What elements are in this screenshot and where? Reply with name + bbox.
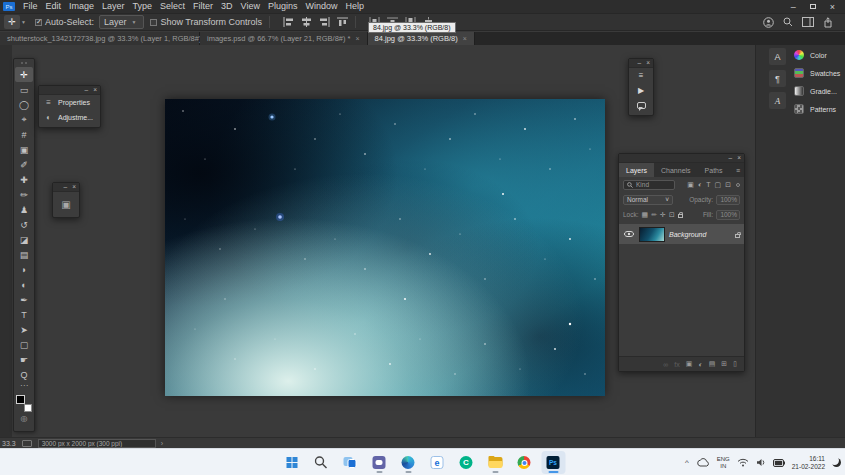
layer-style-fx-icon[interactable]: fx	[674, 361, 679, 368]
wifi-icon[interactable]	[737, 458, 749, 467]
panel-close-icon[interactable]: ×	[646, 60, 650, 66]
foreground-background-swatches[interactable]	[16, 395, 32, 412]
gradient-tool-button[interactable]: ▤	[15, 247, 33, 262]
play-icon[interactable]: ▶	[629, 83, 653, 98]
document-dimensions-field[interactable]: 3000 px x 2000 px (300 ppi)	[38, 439, 156, 448]
menu-type[interactable]: Type	[129, 0, 157, 13]
link-layers-icon[interactable]: ∞	[663, 361, 668, 368]
taskbar-search-button[interactable]	[309, 451, 333, 474]
onedrive-cloud-icon[interactable]	[696, 458, 710, 467]
path-selection-tool-button[interactable]: ➤	[15, 322, 33, 337]
comment-icon[interactable]	[629, 98, 653, 113]
camtasia-button[interactable]: C	[454, 451, 478, 474]
layer-search-input[interactable]: Kind	[623, 180, 675, 190]
crop-tool-button[interactable]: #	[15, 127, 33, 142]
lasso-tool-button[interactable]: ◯	[15, 97, 33, 112]
teams-chat-button[interactable]	[367, 451, 391, 474]
paragraph-panel-button[interactable]: ¶	[769, 70, 786, 87]
panel-minimize-icon[interactable]: –	[729, 155, 733, 161]
tab-close-icon[interactable]: ×	[463, 35, 467, 42]
menu-window[interactable]: Window	[302, 0, 342, 13]
workspace-switcher-icon[interactable]	[802, 17, 814, 27]
toolbar-grip[interactable]	[14, 59, 34, 67]
zoom-percentage-field[interactable]: 33.3	[2, 440, 16, 447]
panel-close-icon[interactable]: ×	[737, 155, 741, 161]
panel-close-icon[interactable]: ×	[72, 184, 76, 190]
window-restore-button[interactable]	[810, 4, 816, 9]
glyphs-panel-button[interactable]: A	[769, 92, 786, 109]
hand-tool-button[interactable]: ☛	[15, 352, 33, 367]
add-layer-mask-icon[interactable]: ▣	[686, 360, 693, 368]
lock-all-icon[interactable]	[678, 214, 683, 218]
mail-button[interactable]: e	[425, 451, 449, 474]
patterns-panel-button[interactable]: Patterns	[794, 102, 840, 116]
type-tool-button[interactable]: T	[15, 307, 33, 322]
panel-close-icon[interactable]: ×	[93, 87, 97, 93]
character-panel-button[interactable]: A	[769, 48, 786, 65]
fill-field[interactable]: 100%	[716, 210, 740, 220]
auto-select-target-dropdown[interactable]: Layer ▼	[99, 15, 144, 29]
window-minimize-button[interactable]: –	[791, 2, 796, 12]
document-tab-images-psd[interactable]: images.psd @ 66.7% (Layer 21, RGB/8#) * …	[200, 32, 368, 45]
align-top-icon[interactable]	[337, 17, 348, 27]
layer-visibility-toggle[interactable]	[623, 231, 635, 237]
foreground-color-swatch[interactable]	[16, 395, 25, 404]
panel-menu-icon[interactable]: ≡	[736, 167, 744, 174]
photoshop-app-icon[interactable]: Ps	[3, 2, 15, 11]
tab-close-icon[interactable]: ×	[356, 35, 360, 42]
filter-toggle-icon[interactable]	[736, 183, 740, 187]
focus-assist-moon-icon[interactable]	[832, 458, 841, 467]
opacity-field[interactable]: 100%	[716, 195, 740, 205]
menu-filter[interactable]: Filter	[189, 0, 217, 13]
layer-thumbnail[interactable]	[639, 227, 665, 242]
new-group-icon[interactable]: ▤	[709, 360, 716, 368]
file-explorer-button[interactable]	[483, 451, 507, 474]
layer-row-background[interactable]: Background	[619, 224, 744, 244]
menu-select[interactable]: Select	[156, 0, 189, 13]
lock-paint-icon[interactable]: ✏	[651, 211, 657, 219]
lock-artboard-icon[interactable]: ⊡	[669, 211, 675, 219]
menu-edit[interactable]: Edit	[42, 0, 66, 13]
filter-type-layers-icon[interactable]: T	[706, 181, 710, 189]
language-indicator[interactable]: ENG IN	[717, 456, 730, 469]
menu-layer[interactable]: Layer	[98, 0, 129, 13]
background-lock-icon[interactable]	[735, 234, 740, 238]
new-layer-icon[interactable]: ⊞	[721, 360, 727, 368]
battery-icon[interactable]	[773, 459, 785, 467]
color-panel-button[interactable]: Color	[794, 48, 840, 62]
zoom-tool-button[interactable]: Q	[15, 367, 33, 382]
history-slider-icon[interactable]: ≡	[629, 68, 653, 83]
blur-tool-button[interactable]: ◗	[15, 262, 33, 277]
shape-tool-button[interactable]: ▢	[15, 337, 33, 352]
healing-brush-tool-button[interactable]: ✚	[15, 172, 33, 187]
menu-view[interactable]: View	[237, 0, 264, 13]
filter-shape-layers-icon[interactable]: ▢	[715, 181, 722, 189]
menu-image[interactable]: Image	[65, 0, 98, 13]
object-selection-tool-button[interactable]: ⌖	[15, 112, 33, 127]
frame-tool-button[interactable]: ▣	[15, 142, 33, 157]
align-center-icon[interactable]	[301, 17, 312, 27]
auto-select-checkbox[interactable]	[35, 19, 42, 26]
filter-pixel-layers-icon[interactable]: ▣	[687, 181, 694, 189]
tab-channels[interactable]: Channels	[654, 163, 698, 177]
adjustments-panel-button[interactable]: ◐ Adjustme...	[39, 110, 100, 125]
filter-adjustment-layers-icon[interactable]: ◐	[698, 181, 702, 189]
start-button[interactable]	[280, 451, 304, 474]
history-brush-tool-button[interactable]: ↺	[15, 217, 33, 232]
pen-tool-button[interactable]: ✒	[15, 292, 33, 307]
edit-toolbar-button[interactable]: ⋯	[20, 382, 28, 392]
document-tab-shutterstock[interactable]: shutterstock_1342172738.jpg @ 33.3% (Lay…	[0, 32, 200, 45]
align-right-icon[interactable]	[319, 17, 330, 27]
clock-date[interactable]: 16:11 21-02-2022	[792, 455, 825, 470]
tab-layers[interactable]: Layers	[619, 163, 654, 177]
image-thumbnail-icon[interactable]: ▣	[61, 199, 70, 210]
window-close-button[interactable]: ×	[830, 2, 835, 12]
new-adjustment-layer-icon[interactable]: ◐	[698, 361, 702, 368]
document-tab-84-jpg[interactable]: 84.jpg @ 33.3% (RGB/8) ×	[368, 32, 475, 45]
panel-minimize-icon[interactable]: –	[64, 184, 68, 190]
status-expander-icon[interactable]: ›	[161, 440, 163, 447]
swatches-panel-button[interactable]: Swatches	[794, 66, 840, 80]
menu-help[interactable]: Help	[342, 0, 369, 13]
account-icon[interactable]	[763, 17, 774, 28]
menu-3d[interactable]: 3D	[217, 0, 237, 13]
